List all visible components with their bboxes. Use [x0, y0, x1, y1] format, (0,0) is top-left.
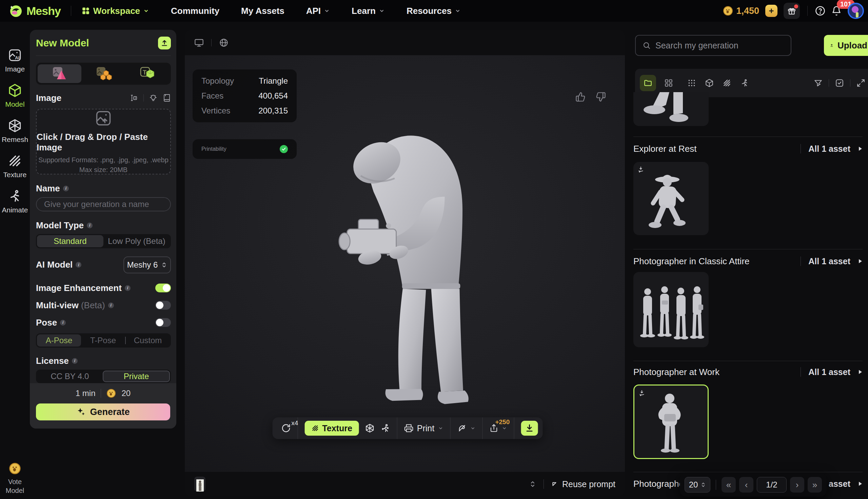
texture-button[interactable]: Texture [305, 421, 359, 436]
rewards-button[interactable] [784, 3, 800, 19]
rail-item-texture[interactable]: Texture [1, 154, 28, 179]
generate-button[interactable]: Generate [36, 403, 170, 421]
monitor-icon[interactable] [194, 38, 204, 47]
regenerate-button[interactable]: x4 [281, 424, 290, 433]
name-input[interactable] [36, 197, 171, 211]
dropzone-max-size: Max size: 20MB [79, 166, 128, 174]
toggle-knob [156, 302, 164, 309]
tab-image-to-3d[interactable] [38, 64, 81, 83]
plus-icon [768, 7, 775, 15]
image-enhancement-toggle[interactable] [155, 283, 171, 292]
batch-upload-button[interactable] [158, 37, 171, 49]
section-count-link[interactable]: All 1 asset [800, 144, 863, 154]
page-size-select[interactable]: 20 [685, 477, 710, 492]
section-count-link[interactable]: All 1 asset [800, 256, 863, 266]
assets-panel: Upload [631, 22, 868, 499]
pose-segmented: A-Pose T-Pose Custom [36, 333, 171, 348]
license-cc-by[interactable]: CC BY 4.0 [37, 370, 103, 382]
ai-model-select[interactable]: Meshy 6 [123, 256, 171, 273]
text-to-3d-icon: T [138, 66, 156, 81]
pose-toggle[interactable] [155, 318, 171, 327]
meshy-logo-icon [9, 4, 23, 18]
rigged-person-icon [381, 424, 390, 433]
viewer-action-toolbar: x4 Texture [272, 417, 543, 439]
generation-cost: 20 [121, 389, 131, 398]
section-count-link[interactable]: All 1 asset [800, 367, 863, 377]
help-icon [815, 6, 825, 16]
pose-custom[interactable]: Custom [126, 334, 170, 346]
divider [716, 480, 716, 490]
prev-page-button[interactable]: ‹ [739, 477, 753, 492]
nav-workspace[interactable]: Workspace [81, 6, 149, 16]
reuse-prompt-button[interactable]: Reuse prompt [551, 479, 615, 489]
avatar[interactable] [848, 3, 864, 19]
nav-resources[interactable]: Resources [406, 6, 461, 16]
rewards-alert-dot [794, 4, 798, 9]
remesh-button[interactable] [365, 424, 374, 433]
asset-list: Explorer at Rest All 1 asset [631, 22, 868, 499]
environment-globe-icon[interactable] [219, 38, 228, 47]
rail-item-remesh[interactable]: Remesh [1, 119, 28, 144]
remesh-wireframe-icon [8, 119, 22, 133]
tab-image-to-voxel[interactable] [81, 64, 125, 83]
multi-view-toggle[interactable] [155, 301, 171, 309]
first-page-button[interactable]: « [722, 477, 736, 492]
last-page-button[interactable]: » [808, 477, 822, 492]
thumbs-down-icon[interactable] [596, 92, 606, 102]
printability-check-icon [280, 145, 288, 153]
download-button[interactable] [521, 421, 538, 436]
vote-model-button[interactable]: Vote Model [0, 462, 30, 495]
lightbulb-icon[interactable] [149, 94, 157, 102]
photographer-3d-model[interactable] [338, 113, 477, 410]
nav-api[interactable]: API [306, 6, 330, 16]
library-book-icon[interactable] [163, 94, 171, 102]
asset-card-photographer-at-work[interactable] [633, 385, 709, 459]
rail-item-image[interactable]: AI Image [1, 48, 28, 73]
viewer-canvas[interactable]: TopologyTriangle Faces400,654 Vertices20… [185, 55, 625, 472]
chevron-down-icon [470, 426, 475, 431]
nav-divider [807, 6, 808, 16]
model-type-standard[interactable]: Standard [37, 235, 104, 247]
nav-community[interactable]: Community [171, 6, 219, 16]
rename-icon[interactable] [130, 94, 138, 102]
thumbs-up-icon[interactable] [575, 92, 585, 102]
nav-my-assets[interactable]: My Assets [241, 6, 284, 16]
model-type-label: Model Type [36, 220, 84, 231]
rail-item-animate[interactable]: Animate [1, 189, 28, 214]
source-image-thumbnail[interactable] [194, 477, 205, 491]
nav-learn[interactable]: Learn [352, 6, 385, 16]
panel-footer: 1 min 20 Generate [30, 383, 176, 428]
rail-item-model[interactable]: Model [1, 83, 28, 108]
coin-icon [106, 389, 116, 398]
edit-tools-button[interactable] [457, 424, 475, 433]
image-dropzone[interactable]: Click / Drag & Drop / Paste Image Suppor… [36, 109, 171, 174]
asset-thumbnail-four-figures [633, 272, 709, 347]
printer-icon [404, 424, 414, 433]
faces-label: Faces [201, 91, 224, 101]
meshy-logo[interactable]: Meshy [9, 4, 61, 18]
share-bonus: +250 [495, 418, 510, 426]
tab-text-to-3d[interactable]: T [126, 64, 169, 83]
image-enhancement-label: Image Enhancement [36, 283, 122, 293]
asset-card-classic-attire[interactable] [633, 272, 709, 347]
credits-balance[interactable]: 1,450 [723, 6, 759, 16]
image-upload-icon [95, 109, 112, 127]
help-button[interactable] [815, 6, 825, 16]
animate-button[interactable] [381, 424, 390, 433]
expand-prompt-icon[interactable] [528, 480, 537, 488]
next-page-button[interactable]: › [790, 477, 804, 492]
license-private[interactable]: Private [103, 370, 170, 382]
model-type-low-poly[interactable]: Low Poly (Beta) [104, 235, 170, 247]
add-credits-button[interactable] [765, 5, 777, 17]
faces-value: 400,654 [258, 91, 288, 101]
notifications-button[interactable]: 101 [831, 6, 842, 16]
print-button[interactable]: Print [404, 424, 443, 433]
pose-a-pose[interactable]: A-Pose [37, 334, 81, 346]
mesh-stats-card: TopologyTriangle Faces400,654 Vertices20… [193, 70, 297, 122]
share-button[interactable]: +250 [489, 424, 507, 433]
asset-card-partial[interactable] [633, 92, 709, 126]
downloaded-badge-icon [639, 390, 646, 397]
pose-t-pose[interactable]: T-Pose [81, 334, 125, 346]
asset-card-explorer[interactable] [633, 162, 709, 235]
info-icon: i [60, 320, 66, 326]
